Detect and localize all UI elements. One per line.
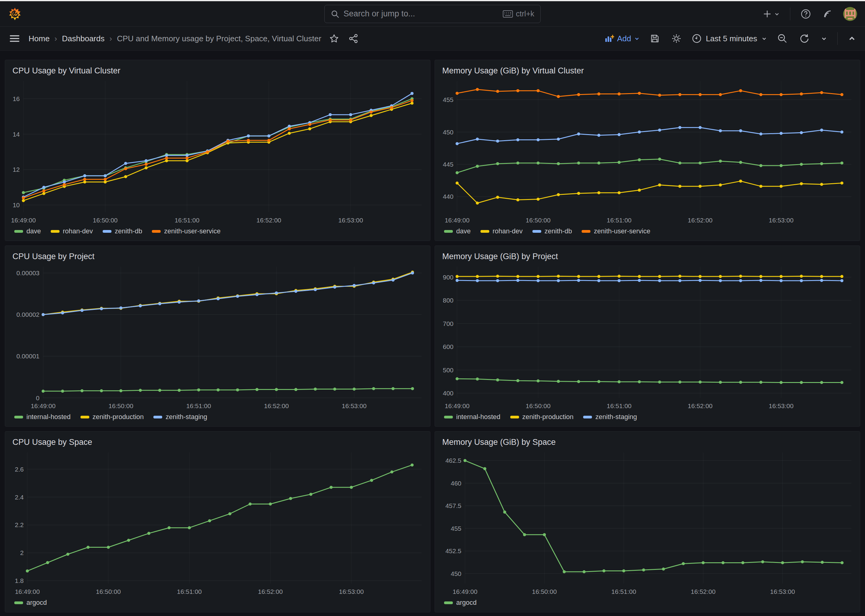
- legend-label: argocd: [27, 599, 47, 607]
- clock-icon: [692, 34, 701, 43]
- new-button[interactable]: [761, 8, 781, 20]
- legend-item-zenith-user-service[interactable]: zenith-user-service: [152, 227, 221, 235]
- timeseries-chart[interactable]: 44044545045516:49:0016:50:0016:51:0016:5…: [438, 77, 857, 226]
- news-rss-button[interactable]: [821, 8, 834, 20]
- timeseries-chart[interactable]: 1.822.22.42.616:49:0016:50:0016:51:0016:…: [8, 449, 427, 597]
- save-dashboard-button[interactable]: [649, 33, 661, 45]
- svg-text:2.4: 2.4: [15, 494, 24, 501]
- refresh-interval-dropdown[interactable]: [820, 34, 828, 43]
- legend-item-internal-hosted[interactable]: internal-hosted: [444, 413, 501, 421]
- global-search[interactable]: ctrl+k: [325, 5, 540, 23]
- chevron-down-icon: [761, 36, 767, 41]
- help-button[interactable]: [799, 8, 812, 20]
- svg-text:16:51:00: 16:51:00: [177, 588, 202, 595]
- timeseries-chart[interactable]: 00.000010.000020.0000316:49:0016:50:0016…: [8, 263, 427, 412]
- svg-text:500: 500: [443, 366, 454, 374]
- add-panel-icon: [604, 34, 614, 43]
- add-panel-label: Add: [617, 34, 631, 43]
- search-input[interactable]: [343, 9, 498, 19]
- share-button[interactable]: [347, 33, 359, 45]
- svg-text:16:51:00: 16:51:00: [175, 217, 200, 224]
- svg-text:16:49:00: 16:49:00: [31, 402, 55, 409]
- panel-title[interactable]: CPU Usage by Virtual Cluster: [13, 66, 120, 75]
- refresh-button[interactable]: [798, 32, 811, 45]
- panel-title[interactable]: Memory Usage (GiB) by Project: [442, 252, 558, 261]
- legend-item-internal-hosted[interactable]: internal-hosted: [14, 413, 71, 421]
- legend-item-argocd[interactable]: argocd: [444, 599, 477, 607]
- breadcrumb-dashboards[interactable]: Dashboards: [62, 34, 104, 43]
- panel-title[interactable]: CPU Usage by Project: [13, 252, 95, 261]
- svg-text:440: 440: [443, 193, 454, 200]
- legend-item-rohan-dev[interactable]: rohan-dev: [481, 227, 523, 235]
- panel-title[interactable]: Memory Usage (GiB) by Space: [442, 438, 556, 447]
- time-range-label: Last 5 minutes: [706, 34, 757, 43]
- legend-item-zenith-production[interactable]: zenith-production: [80, 413, 144, 421]
- legend-item-rohan-dev[interactable]: rohan-dev: [51, 227, 93, 235]
- svg-text:16:49:00: 16:49:00: [452, 588, 477, 595]
- favorite-star-button[interactable]: [328, 33, 340, 45]
- collapse-toolbar-button[interactable]: [847, 33, 857, 44]
- menu-toggle-button[interactable]: [8, 33, 21, 45]
- legend-swatch: [481, 230, 489, 233]
- legend-swatch: [14, 416, 23, 418]
- panel-cpu-usage-by-space: CPU Usage by Space 1.822.22.42.616:49:00…: [5, 431, 430, 612]
- legend-item-zenith-staging[interactable]: zenith-staging: [583, 413, 637, 421]
- chevron-down-icon: [774, 11, 780, 17]
- svg-text:16:49:00: 16:49:00: [445, 402, 470, 409]
- dashboard-panel-grid: CPU Usage by Virtual Cluster 1012141616:…: [0, 51, 865, 616]
- legend-swatch: [444, 602, 453, 604]
- svg-text:16:50:00: 16:50:00: [526, 217, 551, 224]
- timeseries-chart[interactable]: 1012141616:49:0016:50:0016:51:0016:52:00…: [8, 77, 427, 226]
- legend-label: zenith-user-service: [594, 227, 650, 235]
- legend-label: internal-hosted: [456, 413, 501, 421]
- legend-item-zenith-production[interactable]: zenith-production: [510, 413, 574, 421]
- svg-text:0.00002: 0.00002: [16, 311, 39, 318]
- chevron-down-icon: [821, 36, 827, 42]
- legend-item-zenith-user-service[interactable]: zenith-user-service: [581, 227, 650, 235]
- svg-text:16:53:00: 16:53:00: [339, 588, 364, 595]
- legend-item-dave[interactable]: dave: [444, 227, 471, 235]
- search-shortcut: ctrl+k: [503, 9, 534, 18]
- legend-item-argocd[interactable]: argocd: [14, 599, 47, 607]
- chart-legend: daverohan-devzenith-dbzenith-user-servic…: [435, 226, 860, 240]
- svg-text:800: 800: [443, 297, 454, 304]
- legend-swatch: [533, 230, 541, 233]
- breadcrumb-home[interactable]: Home: [28, 34, 49, 43]
- legend-swatch: [583, 416, 592, 418]
- chart-legend: argocd: [5, 597, 430, 612]
- time-range-picker[interactable]: Last 5 minutes: [692, 34, 767, 43]
- legend-swatch: [444, 416, 453, 418]
- user-avatar[interactable]: [843, 7, 857, 21]
- legend-item-dave[interactable]: dave: [14, 227, 41, 235]
- grafana-logo-icon[interactable]: [8, 7, 22, 21]
- legend-label: rohan-dev: [493, 227, 523, 235]
- legend-item-zenith-db[interactable]: zenith-db: [102, 227, 142, 235]
- timeseries-chart[interactable]: 40050060070080090016:49:0016:50:0016:51:…: [438, 263, 857, 412]
- breadcrumb-separator: ›: [54, 34, 57, 43]
- svg-text:452.5: 452.5: [445, 547, 462, 555]
- svg-text:460: 460: [451, 480, 462, 487]
- legend-swatch: [14, 602, 23, 604]
- legend-item-zenith-db[interactable]: zenith-db: [533, 227, 572, 235]
- panel-title[interactable]: Memory Usage (GiB) by Virtual Cluster: [442, 66, 584, 75]
- keyboard-icon: [503, 10, 513, 18]
- breadcrumb: Home › Dashboards › CPU and Memory usage…: [28, 34, 321, 43]
- svg-text:16:53:00: 16:53:00: [342, 402, 367, 409]
- legend-label: zenith-staging: [165, 413, 207, 421]
- svg-text:2.6: 2.6: [15, 466, 24, 473]
- legend-label: zenith-user-service: [164, 227, 221, 235]
- legend-swatch: [14, 230, 23, 233]
- add-panel-button[interactable]: Add: [604, 34, 640, 43]
- panel-title[interactable]: CPU Usage by Space: [13, 438, 92, 447]
- legend-label: zenith-staging: [595, 413, 637, 421]
- svg-text:700: 700: [443, 320, 454, 327]
- svg-text:0.00003: 0.00003: [16, 269, 39, 277]
- svg-text:16:53:00: 16:53:00: [769, 402, 794, 409]
- timeseries-chart[interactable]: 450452.5455457.5460462.516:49:0016:50:00…: [438, 449, 857, 597]
- legend-label: dave: [456, 227, 471, 235]
- legend-item-zenith-staging[interactable]: zenith-staging: [153, 413, 207, 421]
- dashboard-settings-button[interactable]: [670, 32, 683, 45]
- legend-label: internal-hosted: [27, 413, 71, 421]
- legend-label: zenith-production: [522, 413, 574, 421]
- zoom-out-time-button[interactable]: [776, 32, 789, 45]
